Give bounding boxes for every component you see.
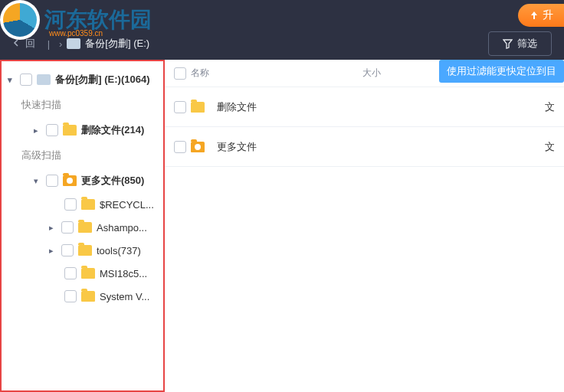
tree-item-more[interactable]: ▾ 更多文件(850) <box>6 168 159 193</box>
file-list: 使用过滤能更快定位到目 名称 大小 删除文件 文 更多文件 文 <box>165 60 564 392</box>
checkbox[interactable] <box>46 175 58 187</box>
tree-item-label: 删除文件(214) <box>81 123 144 137</box>
logo-watermark: 河东软件园 www.pc0359.cn <box>0 0 152 40</box>
chevron-down-icon[interactable]: ▾ <box>8 75 18 85</box>
checkbox[interactable] <box>174 101 186 113</box>
checkbox[interactable] <box>61 221 74 234</box>
folder-icon <box>81 199 95 210</box>
chevron-down-icon[interactable]: ▾ <box>34 176 44 186</box>
list-item-name: 更多文件 <box>217 140 532 154</box>
quick-scan-label: 快速扫描 <box>6 92 159 118</box>
tree-item-label: System V... <box>100 291 149 302</box>
upgrade-button[interactable]: 升 <box>518 4 564 27</box>
folder-icon <box>81 291 95 302</box>
tree-item-label: 更多文件(850) <box>81 174 144 188</box>
filter-tooltip: 使用过滤能更快定位到目 <box>439 60 564 83</box>
checkbox[interactable] <box>20 74 32 86</box>
funnel-icon <box>503 39 513 49</box>
tree-root[interactable]: ▾ 备份[勿删] (E:)(1064) <box>6 67 159 92</box>
tree-item-label: MSI18c5... <box>100 268 147 279</box>
folder-icon <box>78 245 92 256</box>
folder-icon <box>191 102 205 113</box>
checkbox[interactable] <box>174 141 186 153</box>
chevron-right-icon[interactable]: ▸ <box>34 126 44 136</box>
column-name[interactable]: 名称 <box>191 67 209 80</box>
sidebar-tree: ▾ 备份[勿删] (E:)(1064) 快速扫描 ▸ 删除文件(214) 高级扫… <box>0 60 165 392</box>
chevron-right-icon[interactable]: ▸ <box>49 246 60 256</box>
folder-icon <box>81 268 95 279</box>
checkbox[interactable] <box>64 267 77 279</box>
list-item-name: 删除文件 <box>217 100 532 114</box>
drive-icon <box>67 38 80 49</box>
tree-item-deleted[interactable]: ▸ 删除文件(214) <box>6 118 159 142</box>
folder-icon <box>191 142 205 152</box>
tree-item-label: tools(737) <box>97 245 141 256</box>
checkbox[interactable] <box>46 124 58 136</box>
tree-item[interactable]: ▸Ashampo... <box>6 216 159 239</box>
drive-icon <box>37 74 51 85</box>
arrow-up-icon <box>529 10 539 21</box>
filter-label: 筛选 <box>517 37 537 51</box>
logo-subtitle: www.pc0359.cn <box>49 29 103 38</box>
chevron-right-icon[interactable]: ▸ <box>49 223 60 233</box>
list-item-type: 文 <box>532 100 555 114</box>
list-item-type: 文 <box>532 140 555 154</box>
tree-item[interactable]: $RECYCL... <box>6 193 159 216</box>
tree-root-label: 备份[勿删] (E:)(1064) <box>55 73 150 87</box>
tree-item[interactable]: ▸tools(737) <box>6 239 159 262</box>
tree-item-label: $RECYCL... <box>100 199 154 211</box>
folder-icon <box>78 222 92 233</box>
tree-item-label: Ashampo... <box>97 222 147 234</box>
checkbox[interactable] <box>64 198 77 211</box>
tree-item[interactable]: System V... <box>6 285 159 308</box>
list-item[interactable]: 删除文件 文 <box>165 87 564 127</box>
tree-item[interactable]: MSI18c5... <box>6 262 159 285</box>
checkbox[interactable] <box>61 244 74 256</box>
folder-icon <box>63 125 77 136</box>
checkbox[interactable] <box>64 290 77 302</box>
upgrade-label: 升 <box>543 8 553 22</box>
chevron-left-icon <box>12 39 20 47</box>
checkbox-all[interactable] <box>174 67 186 80</box>
folder-icon <box>63 175 77 186</box>
list-item[interactable]: 更多文件 文 <box>165 127 564 167</box>
logo-icon <box>0 0 40 40</box>
deep-scan-label: 高级扫描 <box>6 142 159 168</box>
filter-button[interactable]: 筛选 <box>488 31 552 56</box>
